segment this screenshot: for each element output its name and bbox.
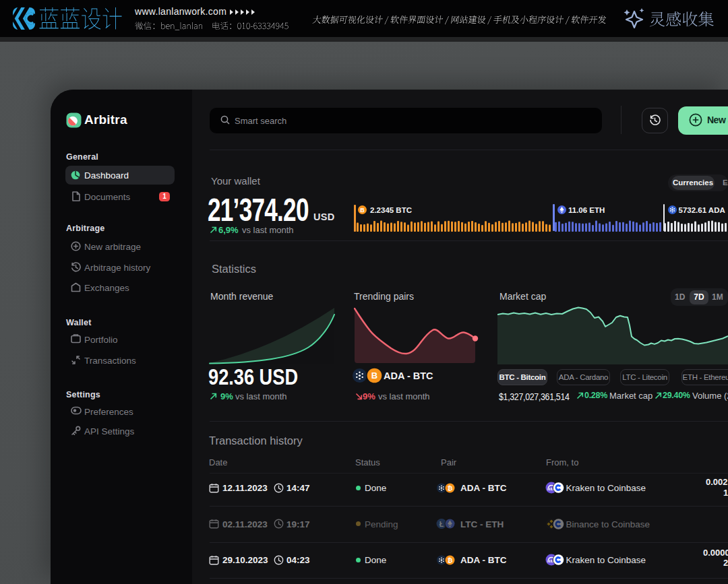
svg-text:B: B: [360, 207, 365, 214]
svg-text:Ł: Ł: [439, 520, 444, 528]
svg-text:B: B: [371, 370, 377, 381]
svg-text:₿: ₿: [448, 484, 453, 491]
svg-text:₿: ₿: [448, 556, 453, 563]
